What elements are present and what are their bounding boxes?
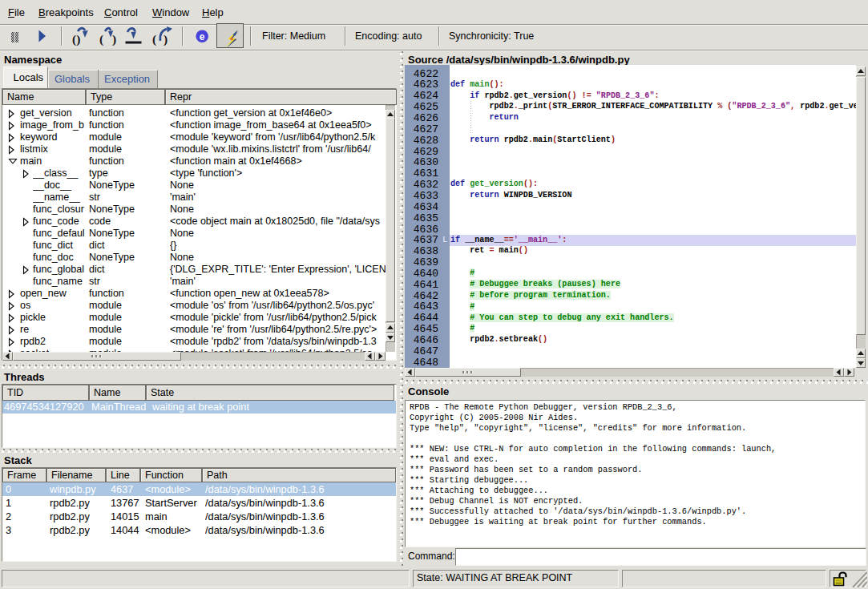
svg-text:(: ( bbox=[152, 32, 156, 46]
svg-text:(): () bbox=[72, 32, 80, 46]
svg-text:(: ( bbox=[99, 32, 103, 46]
svg-text:): ) bbox=[112, 32, 116, 46]
svg-text:e: e bbox=[200, 31, 205, 42]
svg-text:): ) bbox=[164, 32, 168, 46]
